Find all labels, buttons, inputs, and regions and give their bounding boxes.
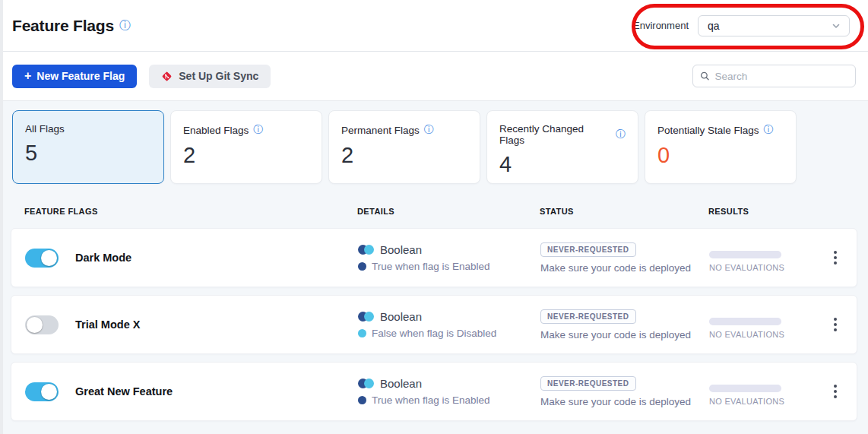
stat-card-potentially-stale-flags[interactable]: Potentially Stale Flags ⓘ 0 [645, 110, 797, 184]
status-badge: NEVER-REQUESTED [540, 309, 636, 324]
left-edge-strip [0, 0, 3, 434]
table-row[interactable]: Dark Mode Boolean True when flag is Enab… [11, 228, 857, 287]
feature-flags-page: Feature Flags ⓘ Environment qa + New Fea… [0, 0, 868, 434]
toggle-knob [41, 384, 57, 400]
flag-toggle[interactable] [25, 382, 59, 401]
rule-line: True when flag is Enabled [358, 261, 540, 272]
results-label: NO EVALUATIONS [709, 263, 831, 272]
boolean-type-icon [358, 312, 374, 322]
flag-rule: True when flag is Enabled [372, 261, 490, 272]
stat-card-all-flags[interactable]: All Flags 5 [12, 110, 164, 184]
results-bar [709, 251, 781, 258]
status-cell: NEVER-REQUESTED Make sure your code is d… [540, 309, 709, 341]
info-icon[interactable]: ⓘ [424, 123, 434, 137]
info-icon[interactable]: ⓘ [119, 18, 131, 33]
flag-rule: False when flag is Disabled [372, 328, 496, 339]
rule-line: True when flag is Enabled [358, 394, 540, 406]
setup-git-sync-button[interactable]: Set Up Git Sync [149, 65, 271, 88]
results-bar [709, 385, 781, 392]
column-header-results: RESULTS [708, 207, 830, 216]
git-sync-label: Set Up Git Sync [179, 70, 258, 82]
menu-cell [831, 315, 868, 334]
stat-card-recently-changed-flags[interactable]: Recently Changed Flags ⓘ 4 [486, 110, 638, 184]
column-header-feature-flags: FEATURE FLAGS [24, 207, 357, 216]
stat-value: 2 [183, 143, 309, 168]
stat-label: Enabled Flags ⓘ [183, 123, 309, 137]
info-icon[interactable]: ⓘ [764, 123, 774, 137]
details-cell: Boolean True when flag is Enabled [358, 377, 540, 406]
info-icon[interactable]: ⓘ [253, 123, 263, 137]
results-cell: NO EVALUATIONS [709, 243, 831, 272]
environment-selector: Environment qa [633, 15, 850, 36]
toolbar: + New Feature Flag Set Up Git Sync [0, 52, 868, 101]
results-bar [709, 318, 781, 325]
table-row[interactable]: Great New Feature Boolean True when flag… [11, 362, 857, 421]
stats-cards: All Flags 5 Enabled Flags ⓘ 2 Permanent … [12, 110, 856, 184]
details-cell: Boolean False when flag is Disabled [358, 310, 540, 339]
value-dot-icon [358, 329, 366, 337]
column-header-details: DETAILS [357, 207, 540, 216]
column-header-status: STATUS [540, 207, 708, 216]
flag-rule: True when flag is Enabled [372, 394, 490, 406]
flag-name: Dark Mode [75, 252, 131, 264]
search-icon [700, 71, 710, 81]
search-input[interactable] [715, 71, 848, 82]
more-options-icon[interactable] [831, 315, 840, 334]
status-cell: NEVER-REQUESTED Make sure your code is d… [540, 242, 709, 274]
stat-label: Permanent Flags ⓘ [341, 123, 467, 137]
toggle-knob [27, 317, 43, 333]
type-line: Boolean [358, 243, 540, 256]
info-icon[interactable]: ⓘ [616, 128, 626, 141]
status-badge: NEVER-REQUESTED [540, 376, 636, 391]
results-label: NO EVALUATIONS [709, 330, 831, 339]
environment-value: qa [708, 20, 831, 32]
new-feature-flag-label: New Feature Flag [36, 70, 125, 82]
table-header: FEATURE FLAGS DETAILS STATUS RESULTS [11, 207, 857, 216]
stat-label: All Flags [25, 123, 151, 135]
environment-label: Environment [633, 20, 689, 31]
stat-label: Potentially Stale Flags ⓘ [657, 123, 784, 137]
new-feature-flag-button[interactable]: + New Feature Flag [12, 65, 137, 88]
rule-line: False when flag is Disabled [358, 328, 540, 339]
flag-cell: Dark Mode [25, 249, 358, 268]
more-options-icon[interactable] [831, 248, 840, 268]
details-cell: Boolean True when flag is Enabled [358, 243, 540, 272]
stat-value: 0 [657, 143, 784, 168]
flag-type: Boolean [380, 310, 422, 323]
stat-value: 2 [341, 143, 467, 168]
git-icon [161, 71, 173, 82]
flag-cell: Great New Feature [25, 382, 358, 401]
menu-cell [831, 382, 868, 401]
more-options-icon[interactable] [831, 382, 840, 401]
stat-value: 5 [25, 141, 151, 166]
boolean-type-icon [358, 245, 374, 255]
search-box [692, 65, 856, 87]
stat-value: 4 [499, 152, 626, 177]
status-badge: NEVER-REQUESTED [540, 242, 636, 257]
flag-type: Boolean [380, 243, 422, 256]
page-title: Feature Flags [12, 17, 114, 35]
flag-toggle[interactable] [25, 315, 59, 334]
value-dot-icon [358, 262, 366, 271]
status-note: Make sure your code is deployed [540, 329, 691, 341]
stat-label: Recently Changed Flags ⓘ [499, 123, 626, 146]
flag-type: Boolean [380, 377, 422, 390]
page-header: Feature Flags ⓘ Environment qa [0, 0, 868, 52]
plus-icon: + [24, 70, 31, 82]
stat-card-permanent-flags[interactable]: Permanent Flags ⓘ 2 [328, 110, 480, 184]
results-cell: NO EVALUATIONS [709, 310, 831, 339]
stat-card-enabled-flags[interactable]: Enabled Flags ⓘ 2 [170, 110, 322, 184]
results-label: NO EVALUATIONS [709, 397, 831, 406]
status-note: Make sure your code is deployed [540, 396, 691, 407]
chevron-down-icon [831, 21, 841, 31]
type-line: Boolean [358, 310, 540, 323]
boolean-type-icon [358, 379, 374, 388]
menu-cell [831, 248, 868, 268]
table-row[interactable]: Trial Mode X Boolean False when flag is … [11, 295, 857, 354]
toggle-knob [41, 250, 57, 266]
environment-dropdown[interactable]: qa [698, 15, 850, 36]
value-dot-icon [358, 396, 366, 404]
results-cell: NO EVALUATIONS [709, 377, 831, 406]
flag-toggle[interactable] [25, 249, 59, 268]
status-cell: NEVER-REQUESTED Make sure your code is d… [540, 376, 709, 407]
